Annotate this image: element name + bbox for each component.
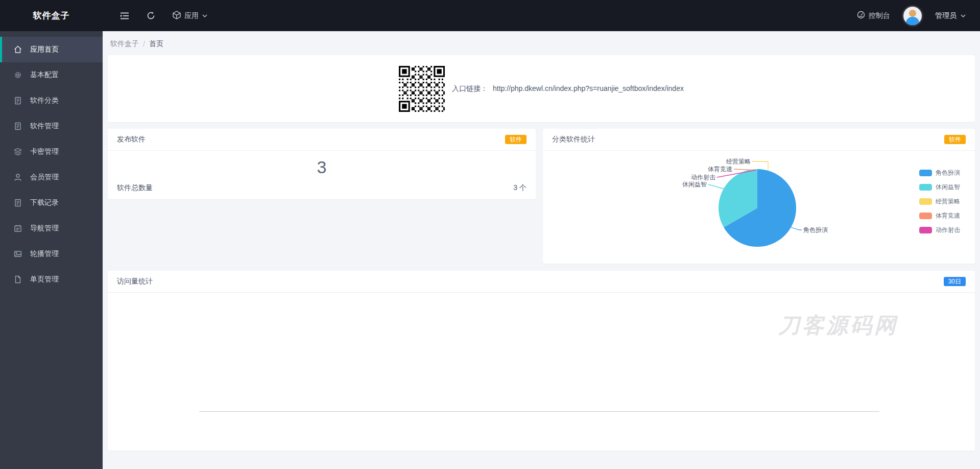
cube-icon: [173, 11, 181, 21]
category-pie-chart[interactable]: 经营策略体育竞速动作射击休闲益智角色扮演 角色扮演休闲益智经营策略体育竞速动作射…: [543, 151, 975, 264]
gear-icon: [14, 71, 22, 79]
avatar-body: [906, 17, 919, 25]
card-title: 发布软件: [117, 135, 146, 144]
main-content: 软件盒子 / 首页 入口链接： http://php.dkewl.cn/inde…: [103, 31, 980, 469]
avatar-head: [909, 10, 916, 17]
svg-text:角色扮演: 角色扮演: [803, 226, 828, 233]
svg-text:体育竞速: 体育竞速: [708, 166, 732, 173]
dashboard-icon: [857, 11, 865, 20]
software-badge: 软件: [505, 135, 527, 144]
sidebar-item-singlepage[interactable]: 单页管理: [0, 267, 103, 292]
visits-stats-card: 访问量统计 30日 刀客源码网: [108, 271, 975, 451]
console-link[interactable]: 控制台: [857, 11, 890, 20]
sidebar: 应用首页 基本配置 软件分类 软件管理 卡密管理 会员管理 下载记录 导航管理: [0, 31, 103, 469]
chevron-down-icon: [961, 14, 966, 17]
file-icon: [14, 199, 22, 207]
entry-link-url: http://php.dkewl.cn/index.php?s=ruanjie_…: [493, 84, 684, 92]
legend-label: 角色扮演: [936, 169, 960, 177]
category-stats-card: 分类软件统计 软件 经营策略体育竞速动作射击休闲益智角色扮演 角色扮演休闲益智经…: [543, 129, 975, 264]
svg-text:休闲益智: 休闲益智: [682, 181, 707, 188]
breadcrumb-root[interactable]: 软件盒子: [110, 39, 139, 49]
sidebar-item-member[interactable]: 会员管理: [0, 165, 103, 190]
sidebar-item-cardkey[interactable]: 卡密管理: [0, 139, 103, 165]
visits-chart-area[interactable]: 刀客源码网: [108, 293, 975, 450]
legend-item[interactable]: 角色扮演: [919, 169, 960, 177]
legend-label: 动作射击: [936, 226, 960, 235]
entry-link-text: 入口链接： http://php.dkewl.cn/index.php?s=ru…: [452, 84, 684, 93]
sidebar-item-navigation[interactable]: 导航管理: [0, 216, 103, 241]
layers-icon: [14, 148, 22, 156]
image-icon: [14, 250, 22, 258]
sidebar-item-home[interactable]: 应用首页: [0, 37, 103, 62]
legend-item[interactable]: 经营策略: [919, 197, 960, 206]
app-menu-label: 应用: [184, 11, 199, 20]
file-icon: [14, 97, 22, 105]
range-badge: 30日: [944, 277, 966, 286]
legend-swatch: [919, 227, 932, 233]
home-icon: [14, 45, 22, 54]
software-badge: 软件: [944, 135, 966, 144]
legend-swatch: [919, 213, 932, 219]
legend-swatch: [919, 170, 932, 176]
legend-item[interactable]: 休闲益智: [919, 183, 960, 192]
svg-text:动作射击: 动作射击: [691, 174, 716, 181]
breadcrumb-separator: /: [143, 40, 145, 48]
software-total-label: 软件总数量: [117, 183, 153, 193]
sidebar-item-carousel[interactable]: 轮播管理: [0, 241, 103, 267]
legend-swatch: [919, 198, 932, 205]
legend-swatch: [919, 184, 932, 191]
software-count: 3: [108, 151, 536, 183]
publish-software-card: 发布软件 软件 3 软件总数量 3 个: [108, 129, 536, 199]
x-axis-line: [199, 411, 879, 412]
refresh-icon[interactable]: [147, 11, 155, 20]
user-icon: [14, 173, 22, 181]
card-title: 分类软件统计: [552, 135, 595, 144]
console-label: 控制台: [869, 11, 890, 20]
software-total-value: 3 个: [513, 183, 527, 193]
card-title: 访问量统计: [117, 277, 153, 286]
legend-label: 休闲益智: [936, 183, 960, 192]
pie-legend: 角色扮演休闲益智经营策略体育竞速动作射击: [919, 169, 960, 235]
app-logo[interactable]: 软件盒子: [0, 0, 103, 31]
legend-item[interactable]: 动作射击: [919, 226, 960, 235]
legend-label: 经营策略: [936, 197, 960, 206]
user-menu[interactable]: 管理员: [935, 11, 966, 20]
entry-link-label: 入口链接：: [452, 84, 488, 92]
sidebar-item-software[interactable]: 软件管理: [0, 113, 103, 139]
collapse-menu-icon[interactable]: [120, 12, 129, 20]
chevron-down-icon: [202, 14, 207, 17]
user-name: 管理员: [935, 11, 957, 20]
sidebar-item-config[interactable]: 基本配置: [0, 62, 103, 88]
entry-link-panel: 入口链接： http://php.dkewl.cn/index.php?s=ru…: [108, 55, 975, 122]
watermark-text: 刀客源码网: [778, 311, 898, 340]
avatar[interactable]: [903, 7, 922, 25]
qr-code: [399, 66, 445, 112]
svg-text:经营策略: 经营策略: [726, 158, 751, 165]
sidebar-item-downloads[interactable]: 下载记录: [0, 190, 103, 216]
legend-item[interactable]: 体育竞速: [919, 212, 960, 220]
top-navbar: 软件盒子 应用: [0, 0, 980, 31]
app-menu[interactable]: 应用: [173, 11, 207, 21]
sidebar-item-category[interactable]: 软件分类: [0, 88, 103, 113]
breadcrumb-current: 首页: [149, 39, 163, 49]
page-icon: [14, 275, 22, 284]
file-icon: [14, 122, 22, 130]
breadcrumb: 软件盒子 / 首页: [110, 39, 975, 49]
legend-label: 体育竞速: [936, 212, 960, 220]
pie-chart-svg[interactable]: 经营策略体育竞速动作射击休闲益智角色扮演: [543, 151, 973, 264]
board-icon: [14, 224, 22, 232]
